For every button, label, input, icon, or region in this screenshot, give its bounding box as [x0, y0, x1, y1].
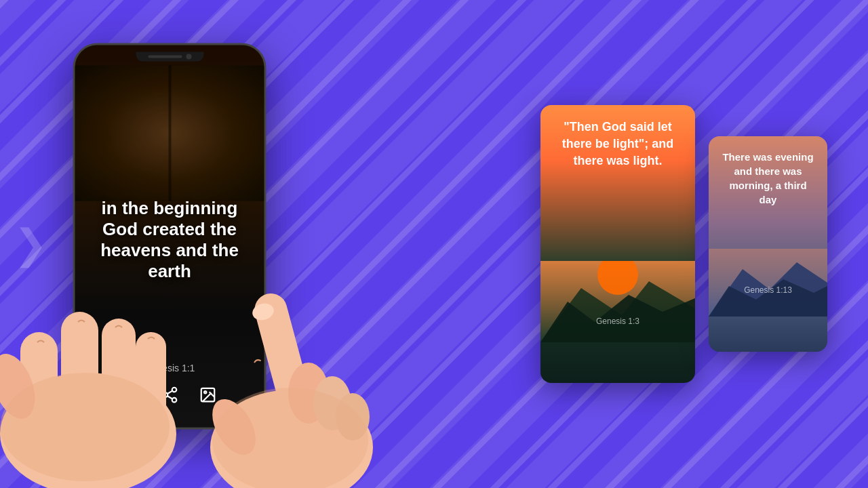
- right-hand: [190, 258, 393, 488]
- card-2-content: There was evening and there was morning,…: [709, 136, 827, 315]
- book-background: [75, 66, 264, 201]
- cards-area: "Then God said let there be light"; and …: [540, 105, 827, 383]
- phone-area: in the beginning God created the heavens…: [0, 0, 339, 488]
- phone-speaker: [148, 56, 182, 58]
- card-genesis-1-3: "Then God said let there be light"; and …: [540, 105, 695, 383]
- card-1-reference: Genesis 1:3: [596, 317, 639, 333]
- card-1-content: "Then God said let there be light"; and …: [540, 105, 695, 346]
- card-2-verse-text: There was evening and there was morning,…: [722, 150, 814, 207]
- card-1-verse-text: "Then God said let there be light"; and …: [554, 119, 682, 170]
- left-hand: [0, 197, 197, 488]
- card-genesis-1-13: There was evening and there was morning,…: [709, 136, 827, 352]
- svg-point-16: [0, 373, 170, 481]
- phone-notch: [136, 52, 203, 62]
- phone-camera: [186, 54, 191, 60]
- card-2-reference: Genesis 1:13: [744, 285, 792, 302]
